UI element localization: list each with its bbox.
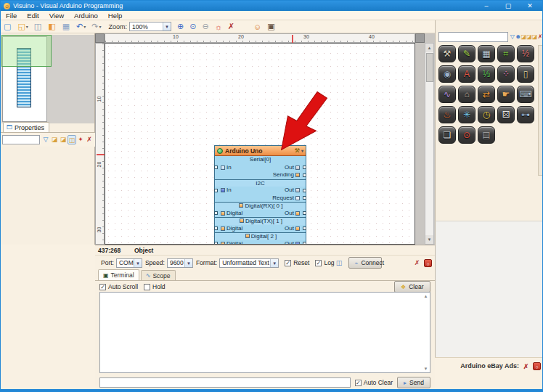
palette-tool-icon[interactable]: ✗ bbox=[537, 32, 543, 42]
toolbar-button[interactable]: ⊖ bbox=[200, 21, 211, 33]
design-canvas[interactable]: Arduino Uno ⚒ ▾ Serial[0] In Out Sending… bbox=[105, 43, 415, 245]
palette-category-button[interactable]: ⌗ bbox=[497, 45, 515, 62]
palette-category-button[interactable]: ⚒ bbox=[438, 45, 456, 62]
palette-category-button[interactable]: ☛ bbox=[497, 86, 515, 103]
palette-category-button[interactable]: ∿ bbox=[438, 86, 456, 103]
palette-category-button[interactable]: ◷ bbox=[478, 106, 495, 123]
palette-category-button[interactable]: ▤ bbox=[478, 126, 495, 144]
connect-button[interactable]: ⌁ Connect bbox=[348, 257, 382, 269]
pin-row[interactable]: Sending bbox=[215, 171, 306, 179]
output-pin[interactable] bbox=[303, 189, 306, 192]
tab-scope[interactable]: ∿ Scope bbox=[141, 270, 176, 280]
canvas-vertical-scrollbar[interactable]: ▲ ▼ bbox=[425, 43, 434, 245]
minimap-view-rectangle[interactable] bbox=[1, 35, 52, 67]
toolbar-button[interactable]: ◫ bbox=[32, 21, 44, 33]
collapse-all-icon[interactable]: ◪ bbox=[59, 135, 68, 144]
palette-category-button[interactable]: ✎ bbox=[458, 45, 475, 62]
ads-power-icon[interactable]: ○ bbox=[533, 362, 541, 370]
toolbar-button[interactable]: ☺ bbox=[251, 21, 264, 33]
scroll-up-icon[interactable]: ▲ bbox=[422, 294, 429, 298]
palette-category-button[interactable]: ⁘ bbox=[497, 65, 515, 83]
palette-category-button[interactable]: ▯ bbox=[517, 65, 534, 83]
send-button[interactable]: ▸ Send bbox=[397, 377, 430, 388]
toolbar-button[interactable]: ◧ bbox=[46, 21, 58, 33]
input-pin[interactable] bbox=[214, 166, 218, 169]
palette-tool-icon[interactable]: ◪ bbox=[526, 32, 532, 42]
pin-row[interactable]: Request bbox=[215, 195, 306, 203]
toolbar-button[interactable]: ◱▾ bbox=[15, 21, 30, 33]
palette-category-button[interactable]: ⇄ bbox=[478, 86, 495, 103]
palette-category-button[interactable]: ⊶ bbox=[517, 106, 534, 123]
palette-category-button[interactable]: ⚄ bbox=[497, 106, 515, 123]
palette-category-button[interactable]: ⊙ bbox=[458, 126, 475, 144]
minimize-button[interactable]: – bbox=[475, 1, 497, 11]
pin-row[interactable]: Digital Out bbox=[215, 225, 306, 233]
scroll-up-icon[interactable]: ▲ bbox=[425, 44, 433, 52]
palette-category-button[interactable]: ⌨ bbox=[517, 86, 534, 103]
properties-filter-input[interactable] bbox=[2, 135, 40, 144]
toolbar-button[interactable]: ☼ bbox=[213, 21, 224, 33]
toolbar-button[interactable]: ⊕ bbox=[175, 21, 186, 33]
toolbar-button[interactable]: ⊙ bbox=[187, 21, 198, 33]
log-file-icon[interactable]: ◫ bbox=[335, 258, 344, 268]
scrollbar-thumb[interactable] bbox=[426, 53, 433, 82]
toolbar-button[interactable]: ↷▾ bbox=[89, 21, 103, 33]
palette-category-button[interactable]: A bbox=[458, 65, 475, 83]
palette-category-button[interactable]: ▦ bbox=[478, 45, 495, 62]
menu-item[interactable]: File bbox=[1, 11, 22, 20]
reset-checkbox[interactable]: ✓ Reset bbox=[285, 259, 309, 266]
toolbar-button[interactable]: ▣ bbox=[265, 21, 277, 33]
output-pin[interactable] bbox=[303, 196, 306, 200]
palette-scrollbar[interactable] bbox=[538, 45, 543, 176]
expand-all-icon[interactable]: ◪ bbox=[50, 135, 59, 144]
port-combobox[interactable]: COM5 ( ▼ bbox=[116, 258, 142, 268]
palette-tool-icon[interactable]: ◪ bbox=[521, 32, 527, 42]
palette-search-input[interactable] bbox=[438, 32, 508, 42]
ruler-end-handle[interactable] bbox=[415, 33, 425, 43]
scroll-down-icon[interactable]: ▼ bbox=[422, 367, 429, 371]
close-button[interactable]: ✕ bbox=[519, 1, 541, 11]
palette-tool-icon[interactable]: ▽ bbox=[510, 32, 515, 42]
output-pin[interactable] bbox=[303, 173, 306, 177]
hold-checkbox[interactable]: Hold bbox=[144, 283, 165, 290]
pin-row[interactable]: In Out bbox=[215, 187, 306, 195]
palette-category-button[interactable]: ⌂ bbox=[458, 86, 475, 103]
arrange-icon[interactable]: ◫ bbox=[68, 135, 76, 144]
menu-item[interactable]: Edit bbox=[22, 11, 44, 20]
menu-item[interactable]: Arduino bbox=[69, 11, 103, 20]
format-combobox[interactable]: Unformatted Text ▼ bbox=[219, 258, 279, 268]
auto-scroll-checkbox[interactable]: ✓ Auto Scroll bbox=[99, 283, 138, 290]
menu-item[interactable]: View bbox=[44, 11, 69, 20]
toolbar-button[interactable]: ▢ bbox=[1, 21, 14, 33]
minimap[interactable] bbox=[1, 35, 94, 123]
filter-icon[interactable]: ▽ bbox=[41, 135, 50, 144]
terminal-output[interactable]: ▲ ▼ bbox=[99, 292, 430, 373]
input-pin[interactable] bbox=[214, 211, 218, 215]
scroll-down-icon[interactable]: ▼ bbox=[425, 235, 433, 244]
toolbar-button[interactable]: ▦ bbox=[60, 21, 73, 33]
reset-icon[interactable]: ✗ bbox=[85, 135, 94, 144]
palette-tool-icon[interactable]: ☻ bbox=[515, 32, 521, 42]
send-input[interactable] bbox=[99, 377, 351, 388]
toolbar-button[interactable]: ↶▾ bbox=[74, 21, 88, 33]
auto-clear-checkbox[interactable]: ✓ Auto Clear bbox=[355, 379, 393, 386]
menu-item[interactable]: Help bbox=[103, 11, 128, 20]
tools-icon[interactable]: ✗ bbox=[412, 258, 422, 268]
palette-category-button[interactable]: ❏ bbox=[438, 126, 456, 144]
disconnect-icon[interactable]: ○ bbox=[424, 259, 432, 267]
palette-category-button[interactable]: ½ bbox=[517, 45, 534, 62]
ads-settings-icon[interactable]: ✗ bbox=[521, 362, 531, 372]
pin-row[interactable]: Digital Out bbox=[215, 210, 306, 218]
input-pin[interactable] bbox=[214, 226, 218, 230]
palette-category-button[interactable]: ⅓ bbox=[478, 65, 495, 83]
output-pin[interactable] bbox=[303, 166, 306, 169]
tab-terminal[interactable]: ▣ Terminal bbox=[98, 269, 139, 280]
output-pin[interactable] bbox=[303, 211, 306, 215]
pin-row[interactable]: In Out bbox=[215, 164, 306, 172]
pin-icon[interactable]: ✦ bbox=[76, 135, 85, 144]
toolbar-button[interactable]: ✗ bbox=[226, 21, 237, 33]
input-pin[interactable] bbox=[214, 189, 218, 192]
tab-properties[interactable]: 🗔 Properties bbox=[3, 122, 49, 132]
palette-category-button[interactable]: ◉ bbox=[438, 65, 456, 83]
zoom-combobox[interactable]: 100% ▼ bbox=[129, 22, 171, 31]
